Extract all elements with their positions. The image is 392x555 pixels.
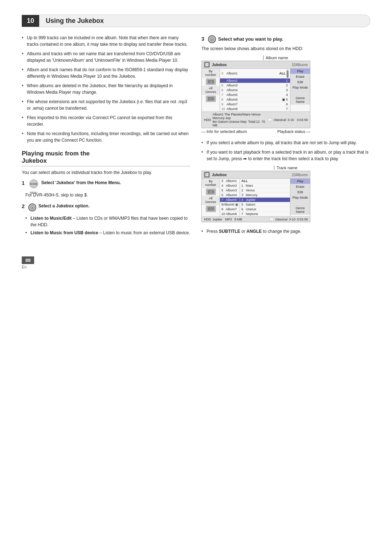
sidebar-icon-3: ≡ — [206, 189, 216, 195]
step3-label: Select what you want to play. — [218, 36, 283, 42]
track-row-album4: 6 Album4 3 — [220, 88, 290, 93]
footer-status-2: ♪ classical 3-10 0:03.58 — [269, 218, 308, 221]
footer-genre-1: classical — [274, 118, 286, 122]
album-name-label-text: Album name — [266, 56, 288, 60]
right-bullet-last: Press SUBTITLE or ANGLE to change the pa… — [201, 228, 370, 235]
step-1: 1 HOMEMENU Select 'Jukebox' from the Hom… — [22, 179, 191, 198]
diagram1-labels-below: — Info for selected album Playback statu… — [201, 129, 310, 134]
footer-duration-2: 0:03.58 — [297, 218, 308, 221]
jukebox-title-2: Jukebox — [212, 173, 290, 177]
action-erase-2: Erase — [290, 184, 310, 190]
chapter-title: Using the Jukebox — [39, 15, 370, 27]
svg-text:≡: ≡ — [210, 81, 211, 83]
track-row-album6: 8 Album6 ▣ 5 — [220, 97, 290, 102]
track-uranus: 6Uranus — [240, 207, 290, 212]
track-venus: 2Venus — [240, 188, 290, 193]
intro-bullet-item: Files imported to this recorder via Conn… — [22, 114, 191, 127]
track-all-2: ALL — [240, 179, 290, 183]
jukebox-footer-2: HDD Jupiter MP3 8 MB ♪ classical 3-10 0:… — [202, 216, 310, 222]
track-row-album2: 4 Album2 1 — [220, 78, 290, 83]
footer-time-1: 3-10 — [287, 118, 294, 122]
jukebox-actions-2: Play Erase Edit Play Mode Genre Name — [290, 179, 310, 216]
left-column: Up to 999 tracks can be included in one … — [22, 35, 191, 269]
sidebar-by-number: By number — [202, 69, 220, 78]
footer-status-1: ♪ classical 3-10 0:03.58 — [268, 118, 308, 122]
step2-icon: ● — [28, 203, 36, 211]
intro-bullet-item: Up to 999 tracks can be included in one … — [22, 35, 191, 48]
step1-sub: For DVR-450H-S, skip to step 3. — [22, 192, 191, 198]
step1-label: Select 'Jukebox' from the Home Menu. — [41, 179, 121, 186]
svg-text:≡: ≡ — [210, 191, 211, 193]
sidebar-icon-2: ♪ — [206, 96, 216, 102]
right-bullet-item-2: If you want to start playback from a sel… — [201, 149, 370, 162]
svg-point-13 — [206, 174, 208, 175]
intro-bullet-item: File whose extensions are not supported … — [22, 98, 191, 112]
track-row-album5: 7 Album5 4 — [220, 93, 290, 97]
jukebox-body-1: By number ≡ All Genres ♪ 3 Album1 — [202, 69, 310, 112]
action-blank-2 — [290, 200, 310, 206]
svg-text:●: ● — [32, 207, 33, 209]
album-row-5: 7Album5 — [220, 198, 240, 202]
footer-source-1: HDD — [204, 118, 211, 122]
home-menu-icon: HOMEMENU — [29, 179, 38, 188]
page-lang: En — [22, 265, 191, 269]
album-row-7: 9Album7 — [220, 207, 240, 212]
diagram1-wrapper: Album name Jukebox 10Albums By number — [201, 56, 370, 134]
album-row-2: 4Album2 — [220, 183, 240, 188]
jukebox-screen-2: Jukebox 10Albums By number ≡ All Genres … — [201, 171, 310, 222]
sidebar-icon-4: ♪ — [206, 206, 216, 212]
section-body-playing: You can select albums or individual trac… — [22, 169, 191, 176]
intro-bullet-item: Albums and tracks with no set name that … — [22, 50, 191, 64]
track-neptune: 7Neptune — [240, 212, 290, 216]
track-jupiter: 4Jupiter — [240, 198, 290, 202]
chapter-number: 10 — [22, 15, 39, 27]
svg-point-5 — [206, 64, 208, 65]
right-bullet-list-2: Press SUBTITLE or ANGLE to change the pa… — [201, 228, 370, 235]
action-blank-1 — [290, 90, 310, 96]
track-row-album7: 9 Album7 6 — [220, 102, 290, 107]
step2-sub-bullets: Listen to Music/Edit – Listen to CDs or … — [22, 215, 191, 236]
action-genrename-2: Genre Name — [290, 206, 310, 215]
jukebox-title-1: Jukebox — [212, 63, 290, 67]
album-row-8: 10Album8 — [220, 212, 240, 216]
jukebox-sidebar-1: By number ≡ All Genres ♪ — [202, 69, 220, 112]
scrollthumb-1 — [287, 70, 289, 78]
step3-body: The screen below shows albums stored on … — [201, 45, 370, 52]
track-mercury: 3Mercury — [240, 193, 290, 198]
album-name-label: Album name — [201, 56, 370, 60]
chapter-header: 10 Using the Jukebox — [22, 15, 370, 27]
jukebox-tracklist-2: ALL 1Mars 2Venus 3Mercury 4Jupiter — [240, 179, 290, 216]
svg-text:♪: ♪ — [210, 98, 212, 100]
step2-number: 2 — [22, 203, 25, 210]
step-2: 2 ● Select a Jukebox option. Listen to M… — [22, 203, 191, 236]
info-label: — Info for selected album — [201, 129, 247, 134]
sidebar-by-number-2: By number — [202, 179, 220, 188]
jukebox-count-1: 10Albums — [292, 63, 308, 67]
scrollbar-1 — [286, 69, 289, 78]
action-edit-1: Edit — [290, 80, 310, 85]
sidebar-all-genres-2: All Genres — [202, 196, 220, 205]
track-row-all: 3 Album1 ALL — [220, 69, 290, 78]
step2-bullet-2: Listen to Music from USB device – Listen… — [25, 230, 191, 236]
page-number-container: 88 En — [22, 251, 191, 269]
track-row-album8: 10 Album8 7 — [220, 107, 290, 112]
step3-icon: ● — [208, 35, 216, 43]
album-row-4: 6Album4 — [220, 193, 240, 198]
jukebox-screen-1: Jukebox 10Albums By number ≡ All Genres … — [201, 61, 310, 128]
jukebox-albumlist-2: 3Album1 4Album2 5Album3 6Album4 7Album5 — [220, 179, 240, 216]
right-bullet-list-1: If you select a whole album to play, all… — [201, 139, 370, 162]
intro-bullet-item: Album and track names that do not confor… — [22, 66, 191, 80]
action-playmode-2: Play Mode — [290, 195, 310, 200]
footer-time-2: 3-10 — [289, 218, 295, 221]
intro-bullet-item: When albums are deleted in the Jukebox, … — [22, 82, 191, 96]
action-playmode-1: Play Mode — [290, 85, 310, 90]
section-heading-playing: Playing music from theJukebox — [22, 150, 191, 166]
album-row-1: 3Album1 — [220, 179, 240, 183]
jukebox-tracklist-1: 3 Album1 ALL 4 Album2 1 5 Album3 — [220, 69, 290, 112]
sidebar-all-genres: All Genres — [202, 86, 220, 95]
jukebox-actions-1: Play Erase Edit Play Mode Genre Name — [290, 69, 310, 112]
action-play-1: Play — [290, 69, 310, 74]
footer-genre-2: classical — [275, 218, 287, 221]
right-column: 3 ● Select what you want to play. The sc… — [201, 35, 370, 269]
footer-album-text-2: Jupiter MP3 8 MB — [211, 218, 269, 221]
